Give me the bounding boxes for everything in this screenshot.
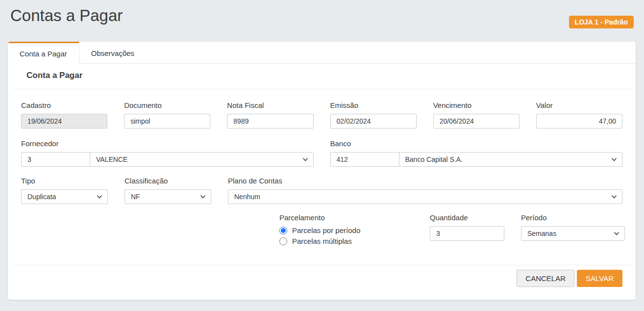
banco-select[interactable]: Banco Capital S.A. — [399, 152, 623, 167]
nota-fiscal-input[interactable] — [227, 114, 313, 129]
field-classificacao: Classificação NF — [124, 177, 211, 204]
parcelamento-label: Parcelamento — [279, 214, 413, 222]
banco-code-input[interactable] — [330, 152, 399, 167]
banco-label: Banco — [330, 140, 623, 148]
vencimento-label: Vencimento — [433, 102, 520, 109]
form-row-1: Cadastro Documento Nota Fiscal Emissão V… — [21, 102, 622, 129]
cadastro-input — [21, 114, 107, 129]
tab-bar: Conta a Pagar Observações — [8, 42, 636, 64]
cadastro-label: Cadastro — [21, 102, 107, 109]
classificacao-select-wrap: NF — [124, 189, 211, 204]
field-emissao: Emissão — [330, 102, 417, 129]
radio-label: Parcelas por período — [292, 226, 360, 234]
fornecedor-code-input[interactable] — [21, 152, 90, 167]
section-heading: Conta a Pagar — [26, 71, 617, 80]
form-row-2: Fornecedor VALENCE Banco — [21, 140, 622, 167]
radio-label: Parcelas múltiplas — [292, 237, 352, 245]
classificacao-label: Classificação — [124, 177, 211, 185]
periodo-select[interactable]: Semanas — [521, 226, 625, 241]
form-row-4: Parcelamento Parcelas por período Parcel… — [279, 214, 622, 248]
field-parcelamento: Parcelamento Parcelas por período Parcel… — [279, 214, 413, 248]
field-documento: Documento — [124, 102, 210, 129]
field-banco: Banco Banco Capital S.A. — [330, 140, 623, 167]
store-badge[interactable]: LOJA 1 - Padrão — [569, 16, 634, 28]
quantidade-input[interactable] — [430, 226, 504, 241]
documento-label: Documento — [124, 102, 210, 109]
fornecedor-combo: VALENCE — [21, 152, 314, 167]
vencimento-input[interactable] — [433, 114, 520, 129]
fornecedor-label: Fornecedor — [21, 140, 314, 148]
radio-parcelas-por-periodo[interactable]: Parcelas por período — [279, 226, 413, 234]
plano-de-contas-label: Plano de Contas — [228, 177, 622, 185]
form-content: Cadastro Documento Nota Fiscal Emissão V… — [8, 102, 636, 248]
save-button[interactable]: SALVAR — [577, 270, 622, 287]
section-header: Conta a Pagar — [13, 64, 630, 89]
valor-input[interactable] — [536, 114, 622, 129]
field-quantidade: Quantidade — [430, 214, 504, 248]
radio-parcelas-multiplas[interactable]: Parcelas múltiplas — [279, 237, 413, 245]
main-panel: Conta a Pagar Observações Conta a Pagar … — [8, 42, 636, 300]
field-vencimento: Vencimento — [433, 102, 520, 129]
periodo-label: Período — [521, 214, 625, 222]
form-footer: CANCELAR SALVAR — [13, 265, 630, 287]
periodo-select-wrap: Semanas — [521, 226, 625, 241]
plano-de-contas-select[interactable]: Nenhum — [228, 189, 622, 204]
fornecedor-select[interactable]: VALENCE — [90, 152, 314, 167]
page-title: Contas a Pagar — [10, 6, 634, 25]
field-cadastro: Cadastro — [21, 102, 107, 129]
banco-select-wrap: Banco Capital S.A. — [399, 152, 623, 167]
tipo-label: Tipo — [21, 177, 108, 185]
emissao-label: Emissão — [330, 102, 417, 109]
tab-conta-a-pagar[interactable]: Conta a Pagar — [8, 42, 79, 64]
valor-label: Valor — [536, 102, 622, 109]
field-periodo: Período Semanas — [521, 214, 625, 248]
classificacao-select[interactable]: NF — [124, 189, 211, 204]
tipo-select-wrap: Duplicata — [21, 189, 108, 204]
cancel-button[interactable]: CANCELAR — [517, 270, 574, 287]
nota-fiscal-label: Nota Fiscal — [227, 102, 313, 109]
radio-unselected-icon — [279, 237, 287, 245]
field-valor: Valor — [536, 102, 622, 129]
field-plano-de-contas: Plano de Contas Nenhum — [228, 177, 622, 204]
tab-observacoes[interactable]: Observações — [79, 42, 146, 63]
tipo-select[interactable]: Duplicata — [21, 189, 108, 204]
form-row-3: Tipo Duplicata Classificação NF — [21, 177, 622, 204]
plano-de-contas-select-wrap: Nenhum — [228, 189, 622, 204]
field-nota-fiscal: Nota Fiscal — [227, 102, 313, 129]
page-header: Contas a Pagar LOJA 1 - Padrão — [0, 0, 644, 26]
fornecedor-select-wrap: VALENCE — [90, 152, 314, 167]
emissao-input[interactable] — [330, 114, 417, 129]
field-fornecedor: Fornecedor VALENCE — [21, 140, 314, 167]
banco-combo: Banco Capital S.A. — [330, 152, 623, 167]
tab-label: Observações — [91, 49, 134, 57]
documento-input[interactable] — [124, 114, 210, 129]
tab-label: Conta a Pagar — [20, 50, 67, 58]
field-tipo: Tipo Duplicata — [21, 177, 108, 204]
quantidade-label: Quantidade — [430, 214, 504, 222]
radio-selected-icon — [279, 227, 287, 234]
